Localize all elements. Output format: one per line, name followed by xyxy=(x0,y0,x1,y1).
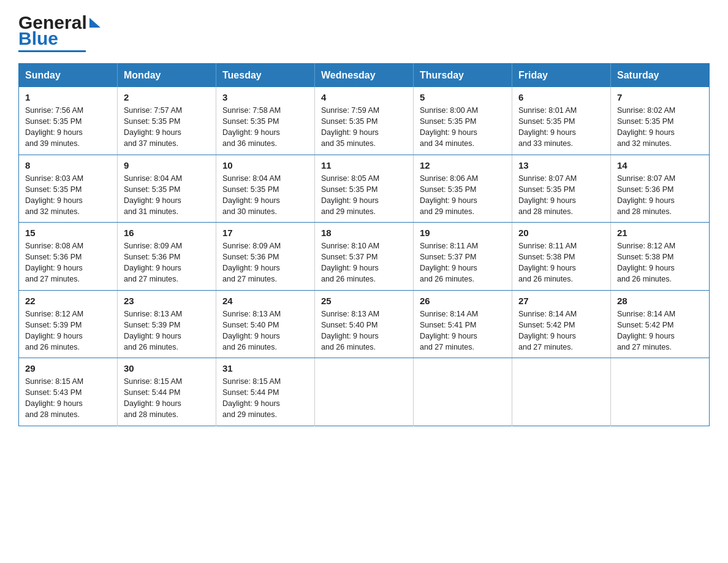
calendar-cell: 10Sunrise: 8:04 AMSunset: 5:35 PMDayligh… xyxy=(216,155,315,223)
day-number: 5 xyxy=(420,92,506,102)
day-info: Sunrise: 8:13 AMSunset: 5:40 PMDaylight:… xyxy=(222,308,308,353)
logo-line xyxy=(18,50,86,52)
logo-triangle-icon xyxy=(89,18,100,28)
calendar-cell: 3Sunrise: 7:58 AMSunset: 5:35 PMDaylight… xyxy=(216,87,315,155)
day-info: Sunrise: 8:03 AMSunset: 5:35 PMDaylight:… xyxy=(25,173,111,218)
day-info: Sunrise: 8:04 AMSunset: 5:35 PMDaylight:… xyxy=(124,173,210,218)
calendar-cell: 25Sunrise: 8:13 AMSunset: 5:40 PMDayligh… xyxy=(315,290,414,358)
calendar-cell: 8Sunrise: 8:03 AMSunset: 5:35 PMDaylight… xyxy=(19,155,118,223)
calendar-week-row: 29Sunrise: 8:15 AMSunset: 5:43 PMDayligh… xyxy=(19,358,710,426)
calendar-week-row: 15Sunrise: 8:08 AMSunset: 5:36 PMDayligh… xyxy=(19,223,710,291)
calendar-cell xyxy=(512,358,611,426)
day-number: 22 xyxy=(25,296,111,306)
calendar-cell: 21Sunrise: 8:12 AMSunset: 5:38 PMDayligh… xyxy=(611,223,710,291)
day-info: Sunrise: 8:04 AMSunset: 5:35 PMDaylight:… xyxy=(222,173,308,218)
calendar-cell: 16Sunrise: 8:09 AMSunset: 5:36 PMDayligh… xyxy=(118,223,216,291)
calendar-cell: 2Sunrise: 7:57 AMSunset: 5:35 PMDaylight… xyxy=(118,87,216,155)
calendar-week-row: 8Sunrise: 8:03 AMSunset: 5:35 PMDaylight… xyxy=(19,155,710,223)
calendar-cell: 15Sunrise: 8:08 AMSunset: 5:36 PMDayligh… xyxy=(19,223,118,291)
day-number: 24 xyxy=(222,296,308,306)
day-number: 8 xyxy=(25,160,111,170)
calendar-cell: 27Sunrise: 8:14 AMSunset: 5:42 PMDayligh… xyxy=(512,290,611,358)
day-number: 29 xyxy=(25,363,111,373)
calendar-cell: 11Sunrise: 8:05 AMSunset: 5:35 PMDayligh… xyxy=(315,155,414,223)
calendar-cell: 31Sunrise: 8:15 AMSunset: 5:44 PMDayligh… xyxy=(216,358,315,426)
day-number: 20 xyxy=(518,228,604,238)
day-number: 14 xyxy=(617,160,703,170)
calendar-cell xyxy=(414,358,512,426)
calendar-cell: 18Sunrise: 8:10 AMSunset: 5:37 PMDayligh… xyxy=(315,223,414,291)
day-number: 11 xyxy=(321,160,407,170)
day-info: Sunrise: 8:12 AMSunset: 5:39 PMDaylight:… xyxy=(25,308,111,353)
day-number: 10 xyxy=(222,160,308,170)
calendar-cell: 19Sunrise: 8:11 AMSunset: 5:37 PMDayligh… xyxy=(414,223,512,291)
day-info: Sunrise: 7:56 AMSunset: 5:35 PMDaylight:… xyxy=(25,105,111,150)
day-info: Sunrise: 8:09 AMSunset: 5:36 PMDaylight:… xyxy=(124,240,210,285)
day-number: 13 xyxy=(518,160,604,170)
day-info: Sunrise: 7:59 AMSunset: 5:35 PMDaylight:… xyxy=(321,105,407,150)
day-info: Sunrise: 8:14 AMSunset: 5:41 PMDaylight:… xyxy=(420,308,506,353)
day-number: 19 xyxy=(420,228,506,238)
day-info: Sunrise: 8:14 AMSunset: 5:42 PMDaylight:… xyxy=(617,308,703,353)
calendar-cell: 13Sunrise: 8:07 AMSunset: 5:35 PMDayligh… xyxy=(512,155,611,223)
logo-area: General Blue xyxy=(18,12,100,52)
calendar-cell: 4Sunrise: 7:59 AMSunset: 5:35 PMDaylight… xyxy=(315,87,414,155)
day-number: 9 xyxy=(124,160,210,170)
calendar-header: SundayMondayTuesdayWednesdayThursdayFrid… xyxy=(19,64,710,88)
calendar-week-row: 22Sunrise: 8:12 AMSunset: 5:39 PMDayligh… xyxy=(19,290,710,358)
calendar-cell: 14Sunrise: 8:07 AMSunset: 5:36 PMDayligh… xyxy=(611,155,710,223)
day-number: 15 xyxy=(25,228,111,238)
day-number: 27 xyxy=(518,296,604,306)
calendar-header-saturday: Saturday xyxy=(611,64,710,88)
day-info: Sunrise: 8:13 AMSunset: 5:39 PMDaylight:… xyxy=(124,308,210,353)
day-info: Sunrise: 8:02 AMSunset: 5:35 PMDaylight:… xyxy=(617,105,703,150)
calendar-header-thursday: Thursday xyxy=(414,64,512,88)
day-info: Sunrise: 8:12 AMSunset: 5:38 PMDaylight:… xyxy=(617,240,703,285)
calendar-cell: 24Sunrise: 8:13 AMSunset: 5:40 PMDayligh… xyxy=(216,290,315,358)
day-number: 16 xyxy=(124,228,210,238)
calendar-cell: 20Sunrise: 8:11 AMSunset: 5:38 PMDayligh… xyxy=(512,223,611,291)
calendar-cell: 17Sunrise: 8:09 AMSunset: 5:36 PMDayligh… xyxy=(216,223,315,291)
calendar-cell xyxy=(315,358,414,426)
day-info: Sunrise: 8:10 AMSunset: 5:37 PMDaylight:… xyxy=(321,240,407,285)
day-number: 21 xyxy=(617,228,703,238)
day-info: Sunrise: 8:11 AMSunset: 5:38 PMDaylight:… xyxy=(518,240,604,285)
day-number: 4 xyxy=(321,92,407,102)
calendar-cell: 7Sunrise: 8:02 AMSunset: 5:35 PMDaylight… xyxy=(611,87,710,155)
day-number: 6 xyxy=(518,92,604,102)
calendar-header-tuesday: Tuesday xyxy=(216,64,315,88)
calendar-header-friday: Friday xyxy=(512,64,611,88)
day-number: 2 xyxy=(124,92,210,102)
calendar-cell: 12Sunrise: 8:06 AMSunset: 5:35 PMDayligh… xyxy=(414,155,512,223)
calendar-body: 1Sunrise: 7:56 AMSunset: 5:35 PMDaylight… xyxy=(19,87,710,426)
day-number: 25 xyxy=(321,296,407,306)
day-info: Sunrise: 8:15 AMSunset: 5:43 PMDaylight:… xyxy=(25,376,111,421)
day-info: Sunrise: 8:15 AMSunset: 5:44 PMDaylight:… xyxy=(124,376,210,421)
day-info: Sunrise: 8:06 AMSunset: 5:35 PMDaylight:… xyxy=(420,173,506,218)
day-number: 3 xyxy=(222,92,308,102)
logo-blue-part: Blue xyxy=(18,28,58,49)
calendar-week-row: 1Sunrise: 7:56 AMSunset: 5:35 PMDaylight… xyxy=(19,87,710,155)
calendar-header-sunday: Sunday xyxy=(19,64,118,88)
day-number: 1 xyxy=(25,92,111,102)
calendar-cell: 5Sunrise: 8:00 AMSunset: 5:35 PMDaylight… xyxy=(414,87,512,155)
day-number: 17 xyxy=(222,228,308,238)
day-info: Sunrise: 7:57 AMSunset: 5:35 PMDaylight:… xyxy=(124,105,210,150)
day-info: Sunrise: 7:58 AMSunset: 5:35 PMDaylight:… xyxy=(222,105,308,150)
day-number: 23 xyxy=(124,296,210,306)
calendar-cell: 29Sunrise: 8:15 AMSunset: 5:43 PMDayligh… xyxy=(19,358,118,426)
day-number: 18 xyxy=(321,228,407,238)
day-number: 31 xyxy=(222,363,308,373)
day-info: Sunrise: 8:15 AMSunset: 5:44 PMDaylight:… xyxy=(222,376,308,421)
day-number: 7 xyxy=(617,92,703,102)
calendar-table: SundayMondayTuesdayWednesdayThursdayFrid… xyxy=(18,63,710,426)
day-info: Sunrise: 8:13 AMSunset: 5:40 PMDaylight:… xyxy=(321,308,407,353)
calendar-cell: 30Sunrise: 8:15 AMSunset: 5:44 PMDayligh… xyxy=(118,358,216,426)
day-info: Sunrise: 8:01 AMSunset: 5:35 PMDaylight:… xyxy=(518,105,604,150)
page-header: General Blue xyxy=(18,12,710,52)
calendar-header-monday: Monday xyxy=(118,64,216,88)
calendar-cell: 6Sunrise: 8:01 AMSunset: 5:35 PMDaylight… xyxy=(512,87,611,155)
calendar-header-wednesday: Wednesday xyxy=(315,64,414,88)
day-info: Sunrise: 8:07 AMSunset: 5:36 PMDaylight:… xyxy=(617,173,703,218)
day-info: Sunrise: 8:11 AMSunset: 5:37 PMDaylight:… xyxy=(420,240,506,285)
